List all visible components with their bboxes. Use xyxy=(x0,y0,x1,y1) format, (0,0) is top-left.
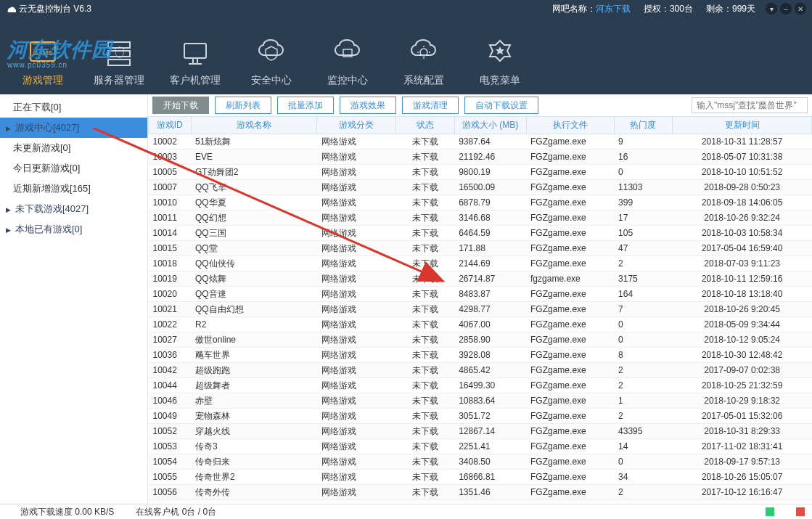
close-button[interactable]: ✕ xyxy=(795,3,806,15)
col-cat[interactable]: 游戏分类 xyxy=(317,117,396,134)
game-grid: 游戏ID 游戏名称 游戏分类 状态 游戏大小 (MB) 执行文件 热门度 更新时… xyxy=(148,116,812,504)
nav-label: 安全中心 xyxy=(251,74,292,87)
nav-icon xyxy=(177,35,213,70)
nav-label: 监控中心 xyxy=(327,74,368,87)
main-nav: 河东软件园www.pc0359.cn GAME游戏管理服务器管理客户机管理安全中… xyxy=(0,17,812,94)
col-exe[interactable]: 执行文件 xyxy=(526,117,614,134)
nav-icon: GAME xyxy=(25,35,61,70)
header-info: 网吧名称：河东下载 授权：300台 剩余：999天 xyxy=(552,3,755,15)
table-row[interactable]: 10014QQ三国网络游戏未下载6464.59FGZgame.exe105201… xyxy=(149,226,812,241)
table-row[interactable]: 10022R2网络游戏未下载4067.00FGZgame.exe02018-05… xyxy=(149,317,812,332)
table-row[interactable]: 10046赤壁网络游戏未下载10883.64FGZgame.exe12018-1… xyxy=(149,393,812,409)
nav-2[interactable]: 客户机管理 xyxy=(157,23,233,94)
nav-5[interactable]: 系统配置 xyxy=(385,23,462,94)
table-row[interactable]: 10052穿越火线网络游戏未下载12867.14FGZgame.exe43395… xyxy=(149,424,812,439)
bar-name-link[interactable]: 河东下载 xyxy=(596,4,631,14)
svg-rect-5 xyxy=(184,44,206,58)
nav-3[interactable]: 安全中心 xyxy=(233,23,309,94)
table-row[interactable]: 10027傲世online网络游戏未下载2858.90FGZgame.exe02… xyxy=(149,332,812,348)
sidebar-item-3[interactable]: 今日更新游戏[0] xyxy=(0,158,147,179)
table-row[interactable]: 10049宠物森林网络游戏未下载3051.72FGZgame.exe22017-… xyxy=(149,409,812,424)
table-row[interactable]: 10053传奇3网络游戏未下载2251.41FGZgame.exe142017-… xyxy=(149,439,812,454)
col-size[interactable]: 游戏大小 (MB) xyxy=(454,117,526,134)
table-row[interactable]: 10015QQ堂网络游戏未下载171.88FGZgame.exe472017-0… xyxy=(149,241,812,256)
col-id[interactable]: 游戏ID xyxy=(149,117,192,134)
titlebar: 云无盘控制台 V6.3 网吧名称：河东下载 授权：300台 剩余：999天 ▾ … xyxy=(0,0,812,17)
sidebar-item-1[interactable]: 游戏中心[4027] xyxy=(0,118,147,138)
status-red-icon xyxy=(796,507,805,516)
nav-icon xyxy=(329,35,366,70)
nav-1[interactable]: 服务器管理 xyxy=(81,23,157,94)
sidebar-item-5[interactable]: 未下载游戏[4027] xyxy=(0,199,147,219)
refresh-button[interactable]: 刷新列表 xyxy=(215,97,271,114)
table-row[interactable]: 10020QQ音速网络游戏未下载8483.87FGZgame.exe164201… xyxy=(149,287,812,302)
nav-label: 电竞菜单 xyxy=(480,74,520,87)
table-row[interactable]: 10007QQ飞车网络游戏未下载16500.09FGZgame.exe11303… xyxy=(149,180,812,195)
nav-label: 客户机管理 xyxy=(170,74,221,87)
table-row[interactable]: 10018QQ仙侠传网络游戏未下载2144.69FGZgame.exe22018… xyxy=(149,256,812,271)
table-row[interactable]: 10021QQ自由幻想网络游戏未下载4298.77FGZgame.exe7201… xyxy=(149,302,812,317)
nav-label: 游戏管理 xyxy=(22,74,63,87)
sidebar-item-0[interactable]: 正在下载[0] xyxy=(0,97,147,118)
table-row[interactable]: 10042超级跑跑网络游戏未下载4865.42FGZgame.exe22017-… xyxy=(149,363,812,378)
nav-6[interactable]: 电竞菜单 xyxy=(462,23,538,94)
online-clients: 在线客户机 0台 / 0台 xyxy=(136,506,216,518)
nav-icon xyxy=(406,35,442,70)
table-row[interactable]: 10044超级舞者网络游戏未下载16499.30FGZgame.exe22018… xyxy=(149,378,812,393)
auto-download-button[interactable]: 自动下载设置 xyxy=(464,97,538,114)
app-title: 云无盘控制台 V6.3 xyxy=(6,3,91,15)
download-speed: 游戏下载速度 0.00 KB/S xyxy=(20,506,114,518)
toolbar: 开始下载 刷新列表 批量添加 游戏效果 游戏清理 自动下载设置 xyxy=(148,94,812,116)
svg-text:GAME: GAME xyxy=(33,49,52,57)
minimize-button[interactable]: – xyxy=(780,3,792,15)
nav-icon xyxy=(482,35,518,70)
col-status[interactable]: 状态 xyxy=(395,117,454,134)
status-bar: 游戏下载速度 0.00 KB/S 在线客户机 0台 / 0台 xyxy=(0,504,812,519)
table-row[interactable]: 10010QQ华夏网络游戏未下载6878.79FGZgame.exe399201… xyxy=(149,195,812,211)
start-download-button[interactable]: 开始下载 xyxy=(152,97,209,114)
cloud-icon xyxy=(6,4,16,14)
nav-label: 服务器管理 xyxy=(94,74,144,87)
table-row[interactable]: 1000251新炫舞网络游戏未下载9387.64FGZgame.exe92018… xyxy=(149,134,812,150)
game-clean-button[interactable]: 游戏清理 xyxy=(402,97,459,114)
sidebar: 正在下载[0]游戏中心[4027]未更新游戏[0]今日更新游戏[0]近期新增游戏… xyxy=(0,94,148,504)
table-row[interactable]: 10003EVE网络游戏未下载21192.46FGZgame.exe162018… xyxy=(149,150,812,165)
status-green-icon xyxy=(766,507,774,516)
svg-rect-4 xyxy=(108,60,130,65)
nav-0[interactable]: GAME游戏管理 xyxy=(4,23,81,94)
svg-rect-3 xyxy=(108,51,130,57)
col-hot[interactable]: 热门度 xyxy=(614,117,673,134)
sidebar-item-4[interactable]: 近期新增游戏[165] xyxy=(0,179,147,199)
nav-icon xyxy=(253,35,290,70)
nav-label: 系统配置 xyxy=(403,74,444,87)
game-effect-button[interactable]: 游戏效果 xyxy=(340,97,396,114)
search-input[interactable] xyxy=(692,97,808,113)
col-name[interactable]: 游戏名称 xyxy=(191,117,317,134)
batch-add-button[interactable]: 批量添加 xyxy=(277,97,334,114)
col-time[interactable]: 更新时间 xyxy=(673,117,812,134)
table-row[interactable]: 10055传奇世界2网络游戏未下载16866.81FGZgame.exe3420… xyxy=(149,470,812,485)
table-row[interactable]: 10019QQ炫舞网络游戏未下载26714.87fgzgame.exe31752… xyxy=(149,271,812,287)
nav-icon xyxy=(101,35,137,70)
table-row[interactable]: 10036飚车世界网络游戏未下载3928.08FGZgame.exe82018-… xyxy=(149,348,812,363)
table-row[interactable]: 10005GT劲舞团2网络游戏未下载9800.19FGZgame.exe0201… xyxy=(149,165,812,180)
table-row[interactable]: 10054传奇归来网络游戏未下载3408.50FGZgame.exe02018-… xyxy=(149,454,812,470)
nav-4[interactable]: 监控中心 xyxy=(309,23,385,94)
table-row[interactable]: 10056传奇外传网络游戏未下载1351.46FGZgame.exe22017-… xyxy=(149,485,812,500)
dropdown-icon[interactable]: ▾ xyxy=(766,3,777,15)
sidebar-item-6[interactable]: 本地已有游戏[0] xyxy=(0,219,147,240)
table-row[interactable]: 10011QQ幻想网络游戏未下载3146.68FGZgame.exe172018… xyxy=(149,211,812,226)
sidebar-item-2[interactable]: 未更新游戏[0] xyxy=(0,138,147,158)
